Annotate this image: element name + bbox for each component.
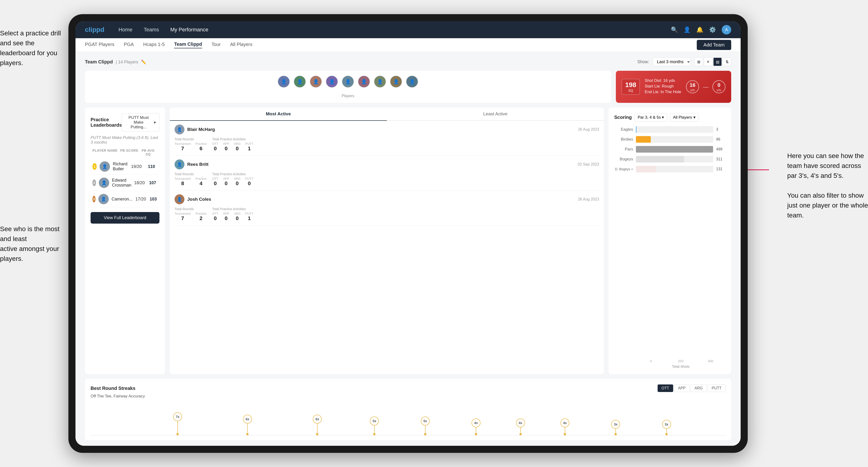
subnav-tour[interactable]: Tour [212, 42, 221, 48]
leaderboard-card-header: Practice Leaderboards PUTT Must Make Put… [91, 113, 159, 132]
shot-badge: 198 SQ [621, 79, 640, 95]
ipad-frame: clippd Home Teams My Performance 🔍 👤 🔔 ⚙… [68, 14, 748, 453]
scoring-header: Scoring Par 3, 4 & 5s ▾ All Players ▾ [614, 113, 725, 121]
subnav-pga[interactable]: PGA [124, 42, 134, 48]
player-avatar[interactable]: 👤 [310, 75, 322, 88]
player-avatar[interactable]: 👤 [294, 75, 306, 88]
show-label: Show: [637, 59, 649, 64]
player-avatar[interactable]: 👤 [278, 75, 290, 88]
bell-icon[interactable]: 🔔 [696, 26, 703, 33]
settings-icon[interactable]: ⚙️ [709, 26, 716, 33]
bar-fill-dbogeys [636, 166, 656, 173]
activity-avatar-rees: 👤 [175, 159, 184, 169]
streak-point: 5x [421, 416, 430, 435]
player-avatar[interactable]: 👤 [406, 75, 418, 88]
subnav-pgat[interactable]: PGAT Players [85, 42, 115, 48]
tab-least-active[interactable]: Least Active [387, 107, 604, 121]
lb-avatar-2: 👤 [99, 178, 109, 188]
player-avatar[interactable]: 👤 [342, 75, 354, 88]
drill-dropdown[interactable]: PUTT Must Make Putting... ▾ [122, 113, 159, 132]
activity-date-blair: 26 Aug 2023 [578, 127, 599, 132]
nav-home[interactable]: Home [118, 27, 132, 33]
activity-item-josh: 👤 Josh Coles 26 Aug 2023 Total Rounds To [175, 191, 599, 225]
players-shot-row: 👤 👤 👤 👤 👤 👤 👤 👤 👤 Players [85, 71, 731, 103]
detail-view-icon[interactable]: ▤ [713, 58, 722, 66]
lb-player-info-2: Edward Crossman [112, 178, 131, 188]
user-avatar[interactable]: A [722, 25, 731, 34]
lb-rank-2: 2 [92, 180, 96, 186]
shot-circle-end: 0 yds [712, 80, 725, 93]
lb-table-header: PLAYER NAME PB SCORE PB AVG SQ [91, 149, 159, 156]
streak-point: 4x [560, 418, 569, 435]
shot-info: Shot Dist: 16 yds Start Lie: Rough End L… [645, 78, 681, 95]
player-avatar[interactable]: 👤 [374, 75, 386, 88]
streaks-tab-ott[interactable]: OTT [658, 384, 673, 392]
ipad-screen: clippd Home Teams My Performance 🔍 👤 🔔 ⚙… [75, 21, 741, 446]
chart-axis: 0 200 400 [636, 359, 725, 363]
activity-date-rees: 02 Sep 2023 [578, 162, 599, 166]
nav-links: Home Teams My Performance [118, 27, 671, 33]
players-avatars-group: 👤 👤 👤 👤 👤 👤 👤 👤 👤 Players [92, 75, 604, 98]
player-avatar[interactable]: 👤 [358, 75, 370, 88]
shot-circles: 16 yds — 0 yds [686, 80, 725, 93]
filter-icon[interactable]: ⇅ [723, 58, 731, 66]
three-col: Practice Leaderboards PUTT Must Make Put… [85, 107, 731, 374]
streaks-tab-arg[interactable]: ARG [691, 384, 707, 392]
bar-row-bogeys: Bogeys 311 [614, 156, 725, 162]
bar-row-eagles: Eagles 3 [614, 126, 725, 133]
tab-most-active[interactable]: Most Active [170, 107, 387, 121]
search-icon[interactable]: 🔍 [671, 26, 678, 33]
best-round-streaks-card: Best Round Streaks OTT APP ARG PUTT Off … [85, 379, 731, 440]
streaks-header: Best Round Streaks OTT APP ARG PUTT [91, 384, 725, 392]
avatars-list: 👤 👤 👤 👤 👤 👤 👤 👤 👤 [278, 75, 418, 88]
scoring-player-filter[interactable]: All Players ▾ [670, 113, 699, 121]
activity-item-rees: 👤 Rees Britt 02 Sep 2023 Total Rounds To [175, 156, 599, 191]
leaderboard-row: 1 👤 Richard Butler 19/20 110 [91, 158, 159, 175]
leaderboard-row: 2 👤 Edward Crossman 18/20 107 [91, 175, 159, 191]
add-team-button[interactable]: Add Team [697, 40, 731, 50]
nav-bar: clippd Home Teams My Performance 🔍 👤 🔔 ⚙… [75, 21, 741, 38]
player-avatar[interactable]: 👤 [326, 75, 338, 88]
scoring-card: Scoring Par 3, 4 & 5s ▾ All Players ▾ Ea… [609, 107, 731, 374]
person-icon[interactable]: 👤 [684, 26, 691, 33]
bar-fill-eagles [636, 126, 637, 133]
leaderboard-title: Practice Leaderboards [91, 117, 122, 128]
subnav-hcaps[interactable]: Hcaps 1-5 [143, 42, 165, 48]
scoring-title: Scoring [614, 115, 632, 120]
activity-item-blair: 👤 Blair McHarg 26 Aug 2023 Total Rounds [175, 121, 599, 156]
activity-name-rees: Rees Britt [187, 162, 578, 167]
annotation-bottom-left: See who is the most and leastactive amon… [0, 224, 66, 264]
nav-my-performance[interactable]: My Performance [170, 27, 208, 33]
activity-list: 👤 Blair McHarg 26 Aug 2023 Total Rounds [170, 121, 604, 374]
grid-view-icon[interactable]: ⊞ [694, 58, 703, 66]
team-header: Team Clippd | 14 Players ✏️ Show: Last 3… [85, 58, 731, 66]
bar-row-dbogeys: D. Bogeys + 131 [614, 166, 725, 173]
lb-avatar-3: 👤 [98, 194, 109, 204]
streaks-tab-app[interactable]: APP [674, 384, 690, 392]
bar-fill-birdies [636, 136, 651, 143]
subnav-all-players[interactable]: All Players [230, 42, 252, 48]
streaks-tab-putt[interactable]: PUTT [708, 384, 725, 392]
streak-point: 6x [313, 415, 322, 435]
lb-player-info-3: Cameron... [112, 197, 132, 201]
axis-title: Total Shots [636, 365, 725, 368]
streaks-title: Best Round Streaks [91, 385, 135, 391]
subnav-team-clippd[interactable]: Team Clippd [174, 41, 202, 49]
players-label: Players [342, 94, 354, 98]
lb-avatar-1: 👤 [99, 161, 110, 172]
streak-point: 4x [471, 418, 480, 435]
show-select[interactable]: Last 3 months Last 6 months Last year [653, 58, 691, 66]
activity-card: Most Active Least Active 👤 Blair McHarg … [170, 107, 604, 374]
streaks-subtitle: Off The Tee, Fairway Accuracy [91, 394, 725, 399]
list-view-icon[interactable]: ≡ [704, 58, 712, 66]
scoring-par-filter[interactable]: Par 3, 4 & 5s ▾ [634, 113, 667, 121]
player-avatar[interactable]: 👤 [390, 75, 402, 88]
bar-chart: Eagles 3 Birdies 96 [614, 126, 725, 357]
view-full-leaderboard-button[interactable]: View Full Leaderboard [91, 212, 159, 224]
nav-icons: 🔍 👤 🔔 ⚙️ A [671, 25, 731, 34]
shot-card: 198 SQ Shot Dist: 16 yds Start Lie: Roug… [616, 71, 731, 103]
activity-stats-josh: Total Rounds Tournament 7 Practice [175, 207, 599, 221]
nav-teams[interactable]: Teams [144, 27, 159, 33]
view-icons: ⊞ ≡ ▤ ⇅ [694, 58, 731, 66]
lb-rank-3: 3 [92, 196, 96, 203]
